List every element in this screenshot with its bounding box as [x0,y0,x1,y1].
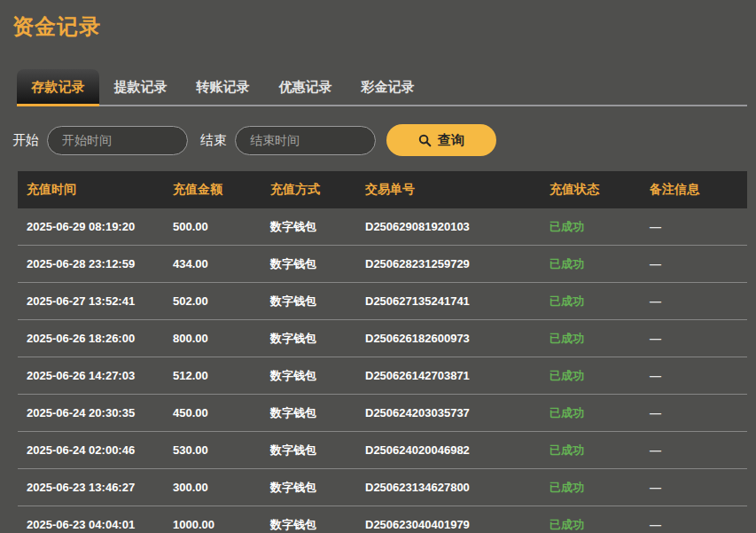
cell-recharge-method: 数字钱包 [270,294,365,310]
cell-recharge-time: 2025-06-26 14:27:03 [27,369,173,382]
cell-recharge-amount: 450.00 [173,406,270,419]
table-row: 2025-06-26 18:26:00 800.00 数字钱包 D2506261… [18,320,747,357]
tab-withdrawal-records[interactable]: 提款记录 [99,69,182,105]
cell-order-number: D250624020046982 [365,443,549,457]
status-badge: 已成功 [549,331,650,347]
cell-remark: — [650,220,747,233]
cell-recharge-amount: 512.00 [173,369,270,382]
status-badge: 已成功 [549,256,650,272]
table-row: 2025-06-24 20:30:35 450.00 数字钱包 D2506242… [18,395,747,432]
tab-bonus-records[interactable]: 彩金记录 [347,69,429,105]
cell-remark: — [650,481,747,494]
table-row: 2025-06-27 13:52:41 502.00 数字钱包 D2506271… [18,283,747,320]
cell-remark: — [650,406,747,419]
cell-order-number: D250624203035737 [365,406,549,419]
table-row: 2025-06-23 04:04:01 1000.00 数字钱包 D250623… [18,506,747,533]
tab-label: 转账记录 [197,79,250,96]
table-body: 2025-06-29 08:19:20 500.00 数字钱包 D2506290… [18,208,747,533]
col-header-remark: 备注信息 [650,182,747,198]
search-button-label: 查询 [438,132,464,149]
tab-label: 提款记录 [114,79,168,96]
cell-remark: — [650,294,747,308]
cell-order-number: D250626182600973 [365,332,549,345]
cell-recharge-method: 数字钱包 [270,368,365,384]
cell-recharge-method: 数字钱包 [270,480,365,496]
status-badge: 已成功 [549,294,650,310]
tab-label: 优惠记录 [279,79,332,96]
cell-remark: — [650,369,747,382]
tab-transfer-records[interactable]: 转账记录 [182,69,264,105]
cell-recharge-method: 数字钱包 [270,443,365,459]
deposit-records-table: 充值时间 充值金额 充值方式 交易单号 充值状态 备注信息 2025-06-29… [18,171,747,533]
cell-recharge-amount: 434.00 [173,257,270,270]
status-badge: 已成功 [549,405,650,421]
cell-recharge-time: 2025-06-23 13:46:27 [27,481,173,494]
tab-promo-records[interactable]: 优惠记录 [264,69,347,105]
cell-remark: — [650,518,747,531]
cell-order-number: D250628231259729 [365,257,549,270]
cell-recharge-method: 数字钱包 [270,219,365,235]
cell-order-number: D250627135241741 [365,294,549,308]
table-header-row: 充值时间 充值金额 充值方式 交易单号 充值状态 备注信息 [18,171,747,208]
cell-recharge-amount: 500.00 [173,220,270,233]
tab-label: 存款记录 [32,79,85,96]
cell-recharge-amount: 502.00 [173,294,270,308]
page-title: 资金记录 [12,12,756,41]
end-date-input[interactable] [235,126,376,155]
cell-recharge-time: 2025-06-24 20:30:35 [27,406,173,419]
col-header-time: 充值时间 [27,182,173,198]
magnifier-icon [418,134,432,147]
status-badge: 已成功 [549,517,650,533]
cell-remark: — [650,332,747,345]
status-badge: 已成功 [549,480,650,496]
cell-recharge-method: 数字钱包 [270,331,365,347]
cell-recharge-time: 2025-06-23 04:04:01 [27,518,173,531]
table-row: 2025-06-23 13:46:27 300.00 数字钱包 D2506231… [18,469,747,506]
cell-recharge-time: 2025-06-28 23:12:59 [27,257,173,270]
tab-label: 彩金记录 [362,79,415,96]
cell-recharge-time: 2025-06-29 08:19:20 [27,220,173,233]
col-header-order: 交易单号 [365,182,549,198]
start-date-input[interactable] [47,126,188,155]
cell-recharge-amount: 530.00 [173,443,270,457]
cell-recharge-amount: 1000.00 [173,518,270,531]
cell-recharge-time: 2025-06-26 18:26:00 [27,332,173,345]
cell-order-number: D250629081920103 [365,220,549,233]
cell-recharge-time: 2025-06-27 13:52:41 [27,294,173,308]
status-badge: 已成功 [549,368,650,384]
cell-recharge-time: 2025-06-24 02:00:46 [27,443,173,457]
cell-recharge-amount: 800.00 [173,332,270,345]
cell-order-number: D250626142703871 [365,369,549,382]
col-header-status: 充值状态 [549,182,650,198]
status-badge: 已成功 [549,219,650,235]
cell-order-number: D250623134627800 [365,481,549,494]
cell-recharge-method: 数字钱包 [270,405,365,421]
date-filter-bar: 开始 结束 查询 [12,124,756,156]
col-header-amount: 充值金额 [173,182,270,198]
cell-recharge-amount: 300.00 [173,481,270,494]
end-date-label: 结束 [200,132,227,149]
cell-remark: — [650,257,747,270]
records-tabbar: 存款记录 提款记录 转账记录 优惠记录 彩金记录 [17,69,747,106]
cell-remark: — [650,443,747,457]
status-badge: 已成功 [549,443,650,459]
col-header-method: 充值方式 [270,182,365,198]
start-date-label: 开始 [12,132,39,149]
table-row: 2025-06-28 23:12:59 434.00 数字钱包 D2506282… [18,246,747,283]
cell-recharge-method: 数字钱包 [270,517,365,533]
tab-deposit-records[interactable]: 存款记录 [17,69,99,105]
table-row: 2025-06-24 02:00:46 530.00 数字钱包 D2506240… [18,432,747,469]
cell-recharge-method: 数字钱包 [270,256,365,272]
search-button[interactable]: 查询 [386,124,496,156]
table-row: 2025-06-29 08:19:20 500.00 数字钱包 D2506290… [18,208,747,246]
table-row: 2025-06-26 14:27:03 512.00 数字钱包 D2506261… [18,357,747,395]
cell-order-number: D250623040401979 [365,518,549,531]
